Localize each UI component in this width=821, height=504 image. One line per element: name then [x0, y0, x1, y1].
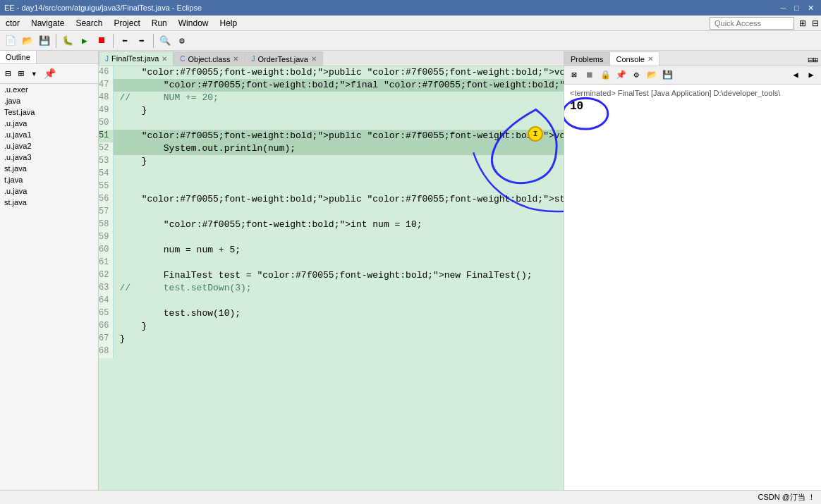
console-prev-btn[interactable]: ◀	[789, 68, 803, 82]
status-text: CSDN @汀当 ！	[758, 492, 815, 503]
sidebar-item-4[interactable]: .u.java1	[0, 129, 98, 140]
toolbar-run[interactable]: ▶	[77, 33, 92, 49]
line-code[interactable]: }	[114, 333, 564, 345]
console-expand-icon[interactable]: ⊟	[808, 55, 813, 66]
sidebar-item-0[interactable]: .u.exer	[0, 84, 98, 95]
menu-item-search[interactable]: Search	[70, 17, 108, 30]
line-code[interactable]: }	[114, 320, 564, 333]
editor-tab-label-0: FinalTest.java	[111, 54, 159, 63]
console-pin-btn[interactable]: 📌	[614, 68, 628, 82]
console-tab-close[interactable]: ✕	[647, 55, 653, 63]
editor-tab-close-1[interactable]: ✕	[233, 55, 238, 63]
line-code[interactable]: // NUM += 20;	[114, 92, 564, 104]
editor-tab-finaltest[interactable]: J FinalTest.java ✕	[99, 51, 174, 66]
toolbar-save[interactable]: 💾	[37, 33, 52, 49]
sidebar-expand-btn[interactable]: ⊞	[16, 67, 25, 80]
line-code[interactable]	[114, 257, 564, 269]
line-code[interactable]: "color:#7f0055;font-weight:bold;">public…	[114, 66, 564, 79]
sidebar-item-3[interactable]: .u.java	[0, 118, 98, 129]
editor-tab-close-2[interactable]: ✕	[311, 55, 317, 63]
quick-access-input[interactable]	[710, 17, 794, 30]
line-code[interactable]: FinalTest test = "color:#7f0055;font-wei…	[114, 269, 564, 282]
line-code[interactable]: test.show(10);	[114, 307, 564, 320]
sidebar-item-7[interactable]: st.java	[0, 163, 98, 174]
main-layout: Outline ⊟ ⊞ ▾ 📌 .u.exer .java Test.java …	[0, 51, 821, 504]
line-code[interactable]	[114, 206, 564, 219]
sidebar-menu-btn[interactable]: ▾	[29, 67, 39, 80]
sidebar-item-8[interactable]: t.java	[0, 174, 98, 185]
line-number: 68	[99, 345, 114, 358]
line-code[interactable]	[114, 117, 564, 130]
right-panel: Problems Console ✕ ⊟ ⊞ ⊠ ⏹ 🔒 📌 ⚙ 📂 💾 ◀ ▶	[564, 51, 821, 504]
order-file-icon: J	[251, 55, 255, 63]
menu-bar: ctor Navigate Search Project Run Window …	[0, 16, 821, 31]
line-code[interactable]: }	[114, 104, 564, 117]
menu-item-help[interactable]: Help	[214, 17, 243, 30]
line-code[interactable]: }	[114, 155, 564, 168]
toolbar-btn-2[interactable]: ⊟	[810, 17, 821, 30]
sidebar-item-2[interactable]: Test.java	[0, 106, 98, 118]
toolbar-back[interactable]: ⬅	[117, 33, 133, 49]
console-tab-console[interactable]: Console ✕	[609, 51, 659, 66]
line-code[interactable]	[114, 345, 564, 358]
editor-tab-label-2: OrderTest.java	[257, 55, 308, 63]
console-stop-btn[interactable]: ⏹	[583, 68, 597, 82]
sidebar-tab-outline[interactable]: Outline	[0, 51, 37, 63]
line-code[interactable]: // test.setDown(3);	[114, 282, 564, 295]
console-clear-btn[interactable]: ⊠	[567, 68, 581, 82]
code-editor[interactable]: 46 "color:#7f0055;font-weight:bold;">pub…	[99, 66, 564, 504]
toolbar-stop[interactable]: ⏹	[94, 33, 109, 49]
line-code[interactable]: "color:#7f0055;font-weight:bold;">int nu…	[114, 219, 564, 231]
line-code[interactable]	[114, 231, 564, 244]
sidebar-pin-btn[interactable]: 📌	[42, 67, 58, 80]
console-maxmin-icon[interactable]: ⊞	[813, 55, 818, 66]
console-next-btn[interactable]: ▶	[804, 68, 818, 82]
toolbar-open[interactable]: 📂	[20, 33, 35, 49]
sidebar-item-1[interactable]: .java	[0, 95, 98, 106]
minimize-button[interactable]: ─	[778, 4, 789, 13]
sidebar-item-5[interactable]: .u.java2	[0, 140, 98, 152]
line-code[interactable]: "color:#7f0055;font-weight:bold;">public…	[114, 130, 564, 142]
toolbar-btn-1[interactable]: ⊞	[797, 17, 808, 30]
status-bar: CSDN @汀当 ！	[0, 490, 821, 504]
line-code[interactable]	[114, 295, 564, 307]
sidebar-item-10[interactable]: st.java	[0, 197, 98, 208]
line-code[interactable]: "color:#7f0055;font-weight:bold;">final …	[114, 79, 564, 92]
toolbar-debug[interactable]: 🐛	[60, 33, 75, 49]
maximize-button[interactable]: □	[791, 4, 802, 13]
sidebar-item-9[interactable]: .u.java	[0, 185, 98, 197]
toolbar-search[interactable]: 🔍	[157, 33, 173, 49]
line-number: 49	[99, 104, 114, 117]
menu-item-run[interactable]: Run	[146, 17, 173, 30]
line-code[interactable]	[114, 168, 564, 180]
editor-tab-close-0[interactable]: ✕	[162, 55, 167, 63]
toolbar-settings[interactable]: ⚙	[174, 33, 190, 49]
line-number: 59	[99, 231, 114, 244]
line-code[interactable]: System.out.println(num);	[114, 142, 564, 155]
console-save-btn[interactable]: 💾	[660, 68, 674, 82]
menu-item-project[interactable]: Project	[108, 17, 145, 30]
console-scroll-lock-btn[interactable]: 🔒	[598, 68, 612, 82]
editor-tab-ordertest[interactable]: J OrderTest.java ✕	[245, 51, 323, 66]
console-settings-btn[interactable]: ⚙	[629, 68, 643, 82]
line-number: 53	[99, 155, 114, 168]
line-code[interactable]: "color:#7f0055;font-weight:bold;">public…	[114, 193, 564, 206]
toolbar-new[interactable]: 📄	[3, 33, 18, 49]
editor-tabs: J FinalTest.java ✕ C Object.class ✕ J Or…	[99, 51, 564, 66]
console-terminated-text: <terminated> FinalTest [Java Application…	[570, 89, 815, 97]
toolbar-separator-1	[56, 34, 56, 48]
sidebar-item-6[interactable]: .u.java3	[0, 152, 98, 163]
line-number: 46	[99, 66, 114, 79]
sidebar-collapse-btn[interactable]: ⊟	[3, 67, 13, 80]
menu-item-ctor[interactable]: ctor	[0, 17, 25, 30]
menu-item-window[interactable]: Window	[173, 17, 214, 30]
console-open-file-btn[interactable]: 📂	[645, 68, 659, 82]
editor-tab-object[interactable]: C Object.class ✕	[174, 51, 245, 66]
line-code[interactable]: num = num + 5;	[114, 244, 564, 257]
line-code[interactable]	[114, 180, 564, 193]
line-number: 47	[99, 79, 114, 92]
menu-item-navigate[interactable]: Navigate	[25, 17, 70, 30]
console-tab-problems[interactable]: Problems	[564, 51, 609, 66]
close-button[interactable]: ✕	[805, 4, 817, 13]
toolbar-forward[interactable]: ➡	[134, 33, 150, 49]
